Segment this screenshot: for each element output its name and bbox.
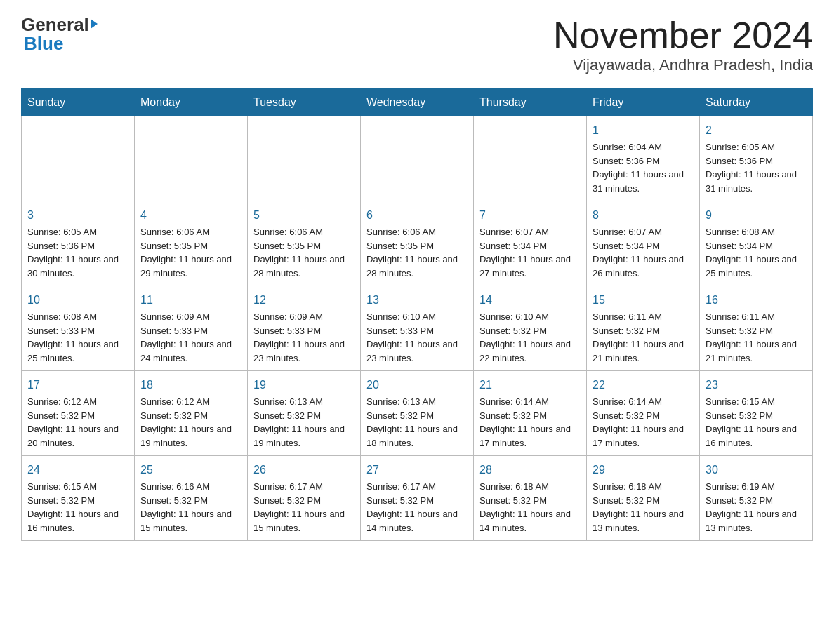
header-day-monday: Monday: [135, 89, 248, 116]
sunrise-text: Sunrise: 6:13 AM: [253, 396, 323, 407]
header-day-saturday: Saturday: [700, 89, 813, 116]
day-number: 15: [593, 292, 694, 309]
daylight-text: Daylight: 11 hours and 24 minutes.: [140, 339, 232, 363]
daylight-text: Daylight: 11 hours and 17 minutes.: [479, 424, 571, 448]
daylight-text: Daylight: 11 hours and 19 minutes.: [140, 424, 232, 448]
daylight-text: Daylight: 11 hours and 17 minutes.: [593, 424, 684, 448]
sunrise-text: Sunrise: 6:18 AM: [479, 481, 549, 492]
sunset-text: Sunset: 5:36 PM: [593, 156, 660, 166]
sunrise-text: Sunrise: 6:15 AM: [27, 481, 97, 492]
sunset-text: Sunset: 5:32 PM: [479, 410, 547, 421]
calendar-cell: 17Sunrise: 6:12 AMSunset: 5:32 PMDayligh…: [22, 371, 135, 456]
sunrise-text: Sunrise: 6:13 AM: [366, 396, 436, 407]
day-number: 10: [27, 292, 128, 309]
sunrise-text: Sunrise: 6:17 AM: [253, 481, 323, 492]
calendar-cell: 16Sunrise: 6:11 AMSunset: 5:32 PMDayligh…: [700, 286, 813, 371]
header-row: SundayMondayTuesdayWednesdayThursdayFrid…: [22, 89, 813, 116]
day-number: 4: [140, 207, 241, 224]
daylight-text: Daylight: 11 hours and 13 minutes.: [593, 509, 684, 533]
sunrise-text: Sunrise: 6:06 AM: [253, 227, 323, 237]
sunrise-text: Sunrise: 6:18 AM: [593, 481, 662, 492]
calendar-cell: [135, 116, 248, 201]
sunrise-text: Sunrise: 6:19 AM: [706, 481, 775, 492]
day-number: 16: [706, 292, 807, 309]
calendar-cell: 21Sunrise: 6:14 AMSunset: 5:32 PMDayligh…: [474, 371, 587, 456]
sunrise-text: Sunrise: 6:08 AM: [706, 227, 775, 237]
day-number: 6: [366, 207, 468, 224]
calendar-cell: 22Sunrise: 6:14 AMSunset: 5:32 PMDayligh…: [587, 371, 700, 456]
sunset-text: Sunset: 5:33 PM: [27, 326, 95, 336]
daylight-text: Daylight: 11 hours and 25 minutes.: [706, 254, 797, 279]
day-number: 12: [253, 292, 355, 309]
calendar-cell: 30Sunrise: 6:19 AMSunset: 5:32 PMDayligh…: [700, 456, 813, 541]
sunset-text: Sunset: 5:32 PM: [366, 495, 434, 506]
day-number: 14: [479, 292, 581, 309]
day-number: 7: [479, 207, 581, 224]
daylight-text: Daylight: 11 hours and 23 minutes.: [366, 339, 458, 363]
week-row-5: 24Sunrise: 6:15 AMSunset: 5:32 PMDayligh…: [22, 456, 813, 541]
daylight-text: Daylight: 11 hours and 16 minutes.: [27, 509, 119, 533]
sunset-text: Sunset: 5:32 PM: [253, 495, 321, 506]
calendar-cell: 10Sunrise: 6:08 AMSunset: 5:33 PMDayligh…: [22, 286, 135, 371]
sunset-text: Sunset: 5:32 PM: [479, 495, 547, 506]
sunrise-text: Sunrise: 6:07 AM: [479, 227, 549, 237]
sunrise-text: Sunrise: 6:06 AM: [140, 227, 210, 237]
sunset-text: Sunset: 5:32 PM: [706, 495, 773, 506]
sunset-text: Sunset: 5:35 PM: [140, 241, 208, 251]
daylight-text: Daylight: 11 hours and 15 minutes.: [253, 509, 345, 533]
day-number: 20: [366, 377, 468, 394]
calendar-cell: 25Sunrise: 6:16 AMSunset: 5:32 PMDayligh…: [135, 456, 248, 541]
sunrise-text: Sunrise: 6:08 AM: [27, 311, 97, 322]
calendar-cell: 3Sunrise: 6:05 AMSunset: 5:36 PMDaylight…: [22, 201, 135, 286]
day-number: 13: [366, 292, 468, 309]
day-number: 29: [593, 462, 694, 478]
day-number: 30: [706, 462, 807, 478]
calendar-cell: 1Sunrise: 6:04 AMSunset: 5:36 PMDaylight…: [587, 116, 700, 201]
sunset-text: Sunset: 5:35 PM: [253, 241, 321, 251]
calendar-cell: 13Sunrise: 6:10 AMSunset: 5:33 PMDayligh…: [361, 286, 474, 371]
daylight-text: Daylight: 11 hours and 31 minutes.: [593, 169, 684, 194]
logo: General Blue: [21, 14, 98, 55]
day-number: 17: [27, 377, 128, 394]
calendar-cell: [22, 116, 135, 201]
sunrise-text: Sunrise: 6:04 AM: [593, 142, 662, 152]
sunset-text: Sunset: 5:34 PM: [479, 241, 547, 251]
calendar-cell: 27Sunrise: 6:17 AMSunset: 5:32 PMDayligh…: [361, 456, 474, 541]
sunrise-text: Sunrise: 6:05 AM: [27, 227, 97, 237]
calendar-cell: 11Sunrise: 6:09 AMSunset: 5:33 PMDayligh…: [135, 286, 248, 371]
day-number: 2: [706, 122, 807, 139]
day-number: 3: [27, 207, 128, 224]
calendar-cell: 28Sunrise: 6:18 AMSunset: 5:32 PMDayligh…: [474, 456, 587, 541]
sunrise-text: Sunrise: 6:12 AM: [140, 396, 210, 407]
header-day-tuesday: Tuesday: [248, 89, 361, 116]
sunrise-text: Sunrise: 6:16 AM: [140, 481, 210, 492]
day-number: 24: [27, 462, 128, 478]
daylight-text: Daylight: 11 hours and 16 minutes.: [706, 424, 797, 448]
sunset-text: Sunset: 5:33 PM: [366, 326, 434, 336]
sunrise-text: Sunrise: 6:07 AM: [593, 227, 662, 237]
day-number: 19: [253, 377, 355, 394]
calendar-cell: 4Sunrise: 6:06 AMSunset: 5:35 PMDaylight…: [135, 201, 248, 286]
calendar-cell: [248, 116, 361, 201]
sunrise-text: Sunrise: 6:11 AM: [593, 311, 662, 322]
sunset-text: Sunset: 5:32 PM: [706, 410, 773, 421]
day-number: 27: [366, 462, 468, 478]
calendar-cell: 5Sunrise: 6:06 AMSunset: 5:35 PMDaylight…: [248, 201, 361, 286]
calendar-cell: 20Sunrise: 6:13 AMSunset: 5:32 PMDayligh…: [361, 371, 474, 456]
daylight-text: Daylight: 11 hours and 14 minutes.: [479, 509, 571, 533]
sunset-text: Sunset: 5:34 PM: [593, 241, 660, 251]
calendar-cell: 23Sunrise: 6:15 AMSunset: 5:32 PMDayligh…: [700, 371, 813, 456]
sunrise-text: Sunrise: 6:14 AM: [479, 396, 549, 407]
sunset-text: Sunset: 5:32 PM: [253, 410, 321, 421]
sunset-text: Sunset: 5:32 PM: [140, 495, 208, 506]
daylight-text: Daylight: 11 hours and 28 minutes.: [366, 254, 458, 279]
daylight-text: Daylight: 11 hours and 18 minutes.: [366, 424, 458, 448]
daylight-text: Daylight: 11 hours and 21 minutes.: [593, 339, 684, 363]
sunrise-text: Sunrise: 6:12 AM: [27, 396, 97, 407]
day-number: 28: [479, 462, 581, 478]
daylight-text: Daylight: 11 hours and 20 minutes.: [27, 424, 119, 448]
calendar-cell: 14Sunrise: 6:10 AMSunset: 5:32 PMDayligh…: [474, 286, 587, 371]
sunset-text: Sunset: 5:34 PM: [706, 241, 773, 251]
daylight-text: Daylight: 11 hours and 23 minutes.: [253, 339, 345, 363]
calendar-cell: 12Sunrise: 6:09 AMSunset: 5:33 PMDayligh…: [248, 286, 361, 371]
